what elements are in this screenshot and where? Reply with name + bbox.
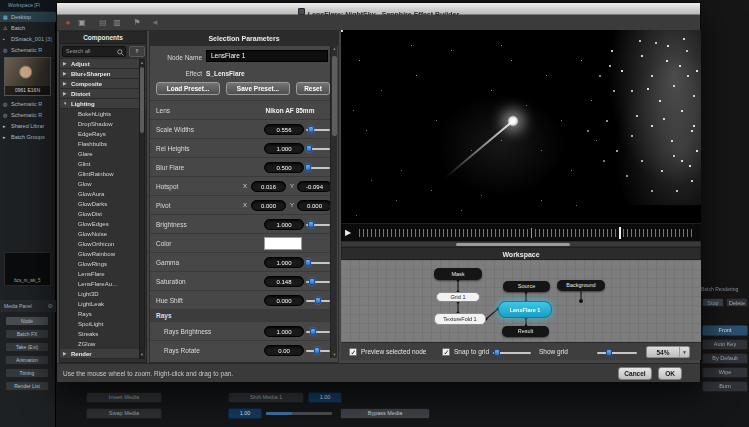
tree-item-desktop[interactable]: ▦Desktop [0,12,56,22]
gear-icon[interactable]: ⚙ [48,300,53,312]
color-swatch[interactable] [264,237,302,250]
component-item[interactable]: Streaks [60,329,146,339]
swap-media-button[interactable]: Swap Media [86,408,162,419]
hotspot-y-value[interactable]: -0.094 [297,181,332,192]
rays-brightness-slider[interactable] [306,328,330,335]
media-panel-take-button[interactable]: Take (Ext) [5,342,49,352]
tree-item[interactable]: ◎Schematic R [0,45,56,55]
component-item[interactable]: GlowEdges [60,219,146,229]
rays-rotate-slider[interactable] [306,347,330,354]
pivot-x-value[interactable]: 0.000 [251,200,286,211]
component-item[interactable]: GlowRainbow [60,249,146,259]
shift-media-button[interactable]: Shift Media 1 [228,392,304,403]
component-item[interactable]: SpotLight [60,319,146,329]
timeline-ticks[interactable] [359,229,693,237]
filter-button[interactable]: ‼ [129,46,145,57]
blur-flare-slider[interactable] [306,164,330,171]
reset-button[interactable]: Reset [296,82,330,95]
component-item[interactable]: GlintRainbow [60,169,146,179]
component-item[interactable]: EdgeRays [60,129,146,139]
tree-item[interactable]: ◎Schematic R [0,99,56,109]
brightness-slider[interactable] [306,221,330,228]
tree-item[interactable]: ◎Schematic R [0,110,56,120]
swap-media-value[interactable]: 1.00 [228,408,262,419]
open-icon[interactable]: ▤ [97,15,109,31]
playhead[interactable] [619,227,621,239]
rays-section-header[interactable]: Rays [150,309,332,321]
scrollbar-thumb[interactable] [140,67,144,133]
stop-dropdown[interactable]: Stop [702,298,724,307]
back-icon[interactable]: ◄ [149,15,161,31]
component-item-lensflare[interactable]: LensFlare [60,269,146,279]
flag-icon[interactable]: ⚑ [131,15,143,31]
ok-button[interactable]: OK [658,367,682,380]
shift-media-value[interactable]: 1.00 [308,392,342,403]
record-icon[interactable]: ● [62,15,74,31]
tree-item[interactable]: ▸Shared Librar [0,121,56,131]
brightness-value[interactable]: 1.000 [264,219,304,230]
media-slider[interactable] [266,412,332,415]
by-default-button[interactable]: By Default [702,353,748,364]
node-background[interactable]: Background [557,280,605,291]
scroll-up-icon[interactable]: ▲ [331,46,338,52]
scroll-up-icon[interactable]: ▲ [140,60,144,66]
media-panel-batchfx-button[interactable]: Batch FX [5,329,49,339]
burn-button[interactable]: Burn [702,381,748,392]
media-panel-renderlist-button[interactable]: Render List [5,381,49,391]
component-item[interactable]: Glare [60,149,146,159]
category-lighting[interactable]: ▼Lighting [60,99,146,109]
wipe-button[interactable]: Wipe [702,367,748,378]
component-item[interactable]: Glint [60,159,146,169]
clip-thumbnail[interactable]: 0961 E16N [4,57,51,96]
media-panel-animation-button[interactable]: Animation [5,355,49,365]
component-item[interactable]: LightLeak [60,299,146,309]
tree-item-batch[interactable]: ⚠Batch [0,23,56,33]
lens-value[interactable]: Nikon AF 85mm [250,101,330,120]
snap-to-grid-checkbox[interactable] [442,348,450,356]
scale-widths-value[interactable]: 0.556 [264,124,304,135]
bypass-media-button[interactable]: Bypass Media [340,408,430,419]
auto-key-button[interactable]: Auto Key [702,339,748,350]
node-result[interactable]: Result [502,326,549,337]
dialog-titlebar[interactable]: LensFlare: NightSky - Sapphire Effect Bu… [57,3,700,15]
component-item[interactable]: BokehLights [60,109,146,119]
component-item[interactable]: ZGlow [60,339,146,349]
component-item[interactable]: Light3D [60,289,146,299]
cancel-button[interactable]: Cancel [618,367,652,380]
invert-media-button[interactable]: Invert Media [86,392,162,403]
component-item[interactable]: GlowDist [60,209,146,219]
clip-thumbnail-2[interactable]: bcs_m_wk_5 [4,252,51,286]
save-icon[interactable]: ▥ [111,15,123,31]
component-item[interactable]: GlowOrthicon [60,239,146,249]
node-mask[interactable]: Mask [434,268,482,280]
saturation-value[interactable]: 0.148 [264,276,304,287]
load-preset-button[interactable]: Load Preset... [156,82,220,95]
snapshot-icon[interactable]: ▣ [76,15,88,31]
components-scrollbar[interactable]: ▲ ▼ [139,59,145,359]
pivot-y-value[interactable]: 0.000 [297,200,332,211]
component-item[interactable]: GlowDarks [60,199,146,209]
category-blur-sharpen[interactable]: ▶Blur+Sharpen [60,69,146,79]
rays-brightness-value[interactable]: 1.000 [264,326,304,337]
blur-flare-value[interactable]: 0.500 [264,162,304,173]
media-panel-timing-button[interactable]: Timing [5,368,49,378]
parameters-scrollbar[interactable]: ▲ ▼ [330,46,337,358]
node-source[interactable]: Source [503,281,550,292]
category-render[interactable]: ▶Render [60,349,146,359]
rel-heights-slider[interactable] [306,145,330,152]
workspace-node-canvas[interactable]: Mask Grid 1 TextureFold 1 Source Backgro… [341,260,701,342]
hotspot-x-value[interactable]: 0.016 [251,181,286,192]
saturation-slider[interactable] [306,278,330,285]
save-preset-button[interactable]: Save Preset... [226,82,290,95]
gamma-value[interactable]: 1.000 [264,257,304,268]
component-item[interactable]: LensFlareAu... [60,279,146,289]
component-item[interactable]: Rays [60,309,146,319]
node-lensflare-selected[interactable]: LensFlare 1 [498,301,552,318]
gamma-slider[interactable] [306,259,330,266]
scrollbar-thumb[interactable] [456,243,570,246]
front-button[interactable]: Front [702,325,748,336]
node-texturefold[interactable]: TextureFold 1 [434,313,486,325]
media-panel-node-button[interactable]: Node [5,316,49,326]
preview-viewport[interactable] [341,30,701,223]
tree-item[interactable]: ▪DSmack_001 [3] [0,34,56,44]
